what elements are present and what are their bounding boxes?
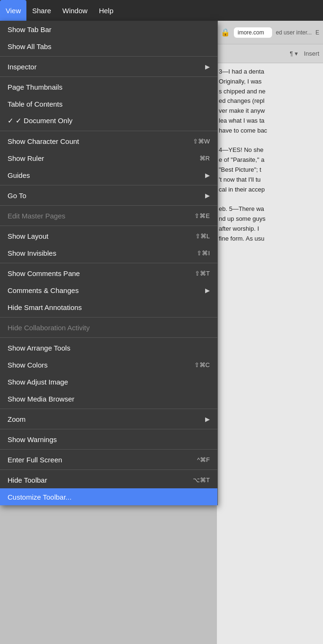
menu-item-label-show-arrange-tools: Show Arrange Tools: [8, 344, 210, 352]
url-bar[interactable]: imore.com: [234, 27, 272, 38]
submenu-arrow-icon: ▶: [205, 192, 210, 199]
menu-item-label-hide-toolbar: Hide Toolbar: [8, 476, 185, 484]
menu-item-shortcut-show-ruler: ⌘R: [199, 155, 210, 162]
menu-separator: [0, 131, 217, 131]
menu-item-shortcut-show-invisibles: ⇧⌘I: [197, 250, 210, 257]
paragraph-icon: ¶: [290, 50, 293, 57]
menu-item-label-hide-collaboration-activity: Hide Collaboration Activity: [8, 324, 210, 332]
menu-item-label-page-thumbnails: Page Thumbnails: [8, 83, 210, 91]
menu-item-comments-and-changes[interactable]: Comments & Changes▶: [0, 282, 217, 299]
submenu-arrow-icon: ▶: [205, 287, 210, 294]
submenu-arrow-icon: ▶: [205, 416, 210, 423]
doc-line: after worship. I: [219, 224, 321, 234]
menu-item-document-only[interactable]: ✓ Document Only: [0, 112, 217, 129]
menu-item-show-tab-bar[interactable]: Show Tab Bar: [0, 21, 217, 38]
document-area: 🔒 imore.com ed user inter... E ¶ ▾ Inser…: [217, 21, 323, 644]
menu-item-show-arrange-tools[interactable]: Show Arrange Tools: [0, 339, 217, 356]
doc-line: fine form. As usu: [219, 234, 321, 244]
menu-item-shortcut-show-character-count: ⇧⌘W: [193, 138, 210, 145]
menu-item-shortcut-hide-toolbar: ⌥⌘T: [193, 477, 210, 484]
doc-content: 3—I had a denta Originally, I was s chip…: [217, 63, 323, 247]
menu-item-show-warnings[interactable]: Show Warnings: [0, 431, 217, 448]
submenu-arrow-icon: ▶: [205, 172, 210, 179]
menu-view[interactable]: View: [0, 0, 26, 21]
menu-item-label-document-only: ✓ Document Only: [8, 117, 210, 125]
menu-item-label-show-colors: Show Colors: [8, 361, 187, 369]
menu-item-show-media-browser[interactable]: Show Media Browser: [0, 390, 217, 407]
menubar: View Share Window Help: [0, 0, 323, 21]
doc-line: nd up some guys: [219, 214, 321, 224]
menu-item-inspector[interactable]: Inspector▶: [0, 58, 217, 75]
menu-item-show-all-tabs[interactable]: Show All Tabs: [0, 38, 217, 55]
menu-item-zoom[interactable]: Zoom▶: [0, 410, 217, 427]
menu-item-guides[interactable]: Guides▶: [0, 167, 217, 184]
chevron-down-icon: ▾: [295, 50, 298, 57]
menu-item-table-of-contents[interactable]: Table of Contents: [0, 95, 217, 112]
menu-separator: [0, 226, 217, 226]
menu-item-show-invisibles[interactable]: Show Invisibles⇧⌘I: [0, 244, 217, 261]
menu-item-label-show-warnings: Show Warnings: [8, 435, 210, 443]
doc-line: ver make it anyw: [219, 106, 321, 116]
menu-share[interactable]: Share: [26, 0, 57, 21]
menu-item-label-enter-full-screen: Enter Full Screen: [8, 456, 190, 464]
menu-item-shortcut-show-layout: ⇧⌘L: [195, 233, 210, 240]
menu-item-customize-toolbar[interactable]: Customize Toolbar...: [0, 488, 217, 505]
menu-item-shortcut-edit-master-pages: ⇧⌘E: [194, 212, 210, 219]
menu-item-show-character-count[interactable]: Show Character Count⇧⌘W: [0, 133, 217, 150]
menu-separator: [0, 317, 217, 318]
menu-item-label-show-comments-pane: Show Comments Pane: [8, 269, 187, 277]
menu-item-label-customize-toolbar: Customize Toolbar...: [8, 493, 210, 501]
menu-help[interactable]: Help: [93, 0, 119, 21]
menu-separator: [0, 56, 217, 57]
tab-label: E: [315, 29, 319, 36]
menu-item-label-guides: Guides: [8, 171, 201, 179]
menu-item-label-inspector: Inspector: [8, 63, 201, 71]
menu-item-show-comments-pane[interactable]: Show Comments Pane⇧⌘T: [0, 265, 217, 282]
menu-item-show-layout[interactable]: Show Layout⇧⌘L: [0, 227, 217, 244]
view-menu-dropdown: Show Tab BarShow All TabsInspector▶Page …: [0, 21, 218, 505]
menu-separator: [0, 263, 217, 263]
doc-line: ed changes (repl: [219, 96, 321, 106]
doc-line: have to come bac: [219, 126, 321, 136]
menu-item-label-show-tab-bar: Show Tab Bar: [8, 25, 210, 33]
doc-line: Originally, I was: [219, 77, 321, 87]
menu-item-show-ruler[interactable]: Show Ruler⌘R: [0, 150, 217, 167]
menu-separator: [0, 429, 217, 429]
truncated-url: ed user inter...: [276, 29, 312, 36]
insert-label: Insert: [304, 50, 319, 57]
lock-icon: 🔒: [221, 28, 230, 37]
menu-item-show-colors[interactable]: Show Colors⇧⌘C: [0, 356, 217, 373]
menu-window[interactable]: Window: [57, 0, 93, 21]
menu-item-label-show-character-count: Show Character Count: [8, 137, 185, 145]
menu-item-hide-toolbar[interactable]: Hide Toolbar⌥⌘T: [0, 471, 217, 488]
menu-item-show-adjust-image[interactable]: Show Adjust Image: [0, 373, 217, 390]
doc-toolbar: 🔒 imore.com ed user inter... E: [217, 21, 323, 44]
menu-separator: [0, 409, 217, 409]
menu-item-enter-full-screen[interactable]: Enter Full Screen^⌘F: [0, 451, 217, 468]
menu-item-label-zoom: Zoom: [8, 415, 201, 423]
submenu-arrow-icon: ▶: [205, 63, 210, 70]
doc-line: lea what I was ta: [219, 116, 321, 126]
insert-bar: ¶ ▾ Insert: [217, 44, 323, 63]
menu-item-hide-collaboration-activity: Hide Collaboration Activity: [0, 319, 217, 336]
menu-item-label-table-of-contents: Table of Contents: [8, 100, 210, 108]
doc-line: e of "Parasite," a: [219, 155, 321, 165]
menu-separator: [0, 76, 217, 77]
menu-item-page-thumbnails[interactable]: Page Thumbnails: [0, 78, 217, 95]
menu-item-label-edit-master-pages: Edit Master Pages: [8, 212, 187, 220]
menu-separator: [0, 469, 217, 470]
menu-item-shortcut-show-colors: ⇧⌘C: [194, 361, 210, 368]
menu-separator: [0, 185, 217, 185]
menu-item-go-to[interactable]: Go To▶: [0, 187, 217, 204]
menu-item-hide-smart-annotations[interactable]: Hide Smart Annotations: [0, 299, 217, 316]
menu-item-label-show-invisibles: Show Invisibles: [8, 249, 189, 257]
menu-item-label-show-adjust-image: Show Adjust Image: [8, 378, 210, 386]
menu-item-shortcut-enter-full-screen: ^⌘F: [197, 456, 210, 463]
doc-line: 't now that I'll tu: [219, 175, 321, 185]
menu-separator: [0, 337, 217, 338]
menu-item-label-go-to: Go To: [8, 192, 201, 200]
menu-item-label-show-media-browser: Show Media Browser: [8, 395, 210, 403]
doc-line: 3—I had a denta: [219, 67, 321, 77]
doc-line: eb. 5—There wa: [219, 204, 321, 214]
doc-line: s chipped and ne: [219, 87, 321, 97]
